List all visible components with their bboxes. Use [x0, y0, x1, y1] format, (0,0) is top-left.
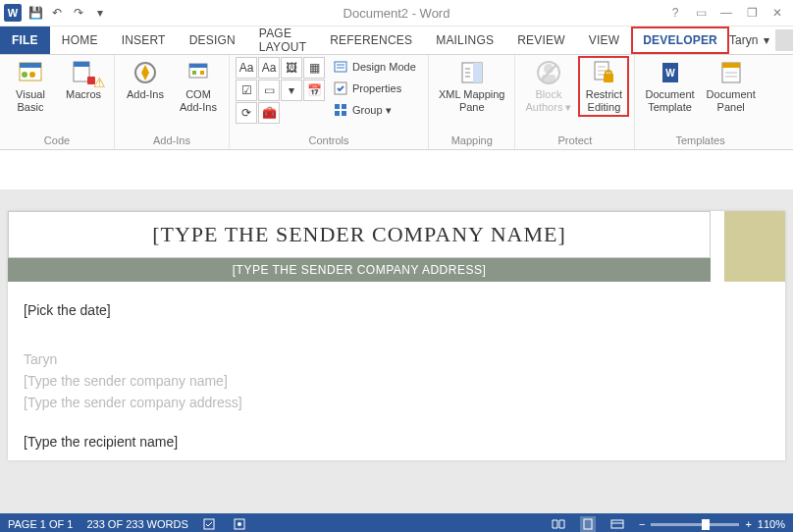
restrict-editing-button[interactable]: Restrict Editing — [579, 57, 628, 116]
print-layout-icon[interactable] — [580, 516, 596, 532]
plain-text-control-icon[interactable]: Aa — [258, 57, 280, 79]
qat: W 💾 ↶ ↷ ▾ — [0, 4, 108, 22]
ribbon: Visual Basic Macros ⚠ Code Add-Ins COM A… — [0, 55, 793, 150]
tab-view[interactable]: VIEW — [577, 27, 631, 54]
svg-rect-1 — [20, 63, 41, 68]
svg-rect-31 — [204, 519, 214, 529]
read-mode-icon[interactable] — [551, 516, 566, 532]
group-addins: Add-Ins COM Add-Ins Add-Ins — [115, 55, 230, 149]
document-panel-icon — [717, 59, 745, 86]
group-code-label: Code — [6, 133, 108, 149]
tab-home[interactable]: HOME — [50, 27, 110, 54]
svg-rect-16 — [335, 111, 340, 116]
web-layout-icon[interactable] — [609, 516, 625, 532]
page-indicator[interactable]: PAGE 1 OF 1 — [8, 518, 73, 530]
sender-company-field[interactable]: [TYPE THE SENDER COMPANY NAME] — [8, 211, 711, 258]
building-block-control-icon[interactable]: ▦ — [303, 57, 325, 79]
document-template-button[interactable]: W Document Template — [641, 57, 698, 116]
xml-mapping-pane-button[interactable]: XML Mapping Pane — [435, 57, 508, 116]
zoom-control: − + 110% — [639, 518, 785, 530]
help-icon[interactable]: ? — [667, 5, 683, 21]
qat-customize-icon[interactable]: ▾ — [92, 5, 108, 21]
sender-company-line[interactable]: [Type the sender company name] — [24, 370, 769, 392]
tab-design[interactable]: DESIGN — [178, 27, 247, 54]
group-controls-label: Controls — [236, 133, 422, 149]
word-app-icon: W — [4, 4, 22, 22]
macro-recording-icon[interactable] — [232, 516, 247, 532]
group-templates-label: Templates — [641, 133, 759, 149]
sender-address-line[interactable]: [Type the sender company address] — [24, 392, 769, 413]
ribbon-options-icon[interactable]: ▭ — [693, 5, 709, 21]
document-template-icon: W — [657, 59, 684, 86]
signer-name[interactable]: Taryn — [24, 348, 769, 370]
checkbox-control-icon[interactable]: ☑ — [236, 80, 257, 101]
legacy-tools-icon[interactable]: 🧰 — [258, 102, 280, 124]
group-controls: Aa Aa 🖼 ▦ ☑ ▭ ▾ 📅 ⟳ 🧰 Design Mode Proper… — [230, 55, 429, 149]
group-mapping: XML Mapping Pane Mapping — [429, 55, 515, 149]
tab-insert[interactable]: INSERT — [110, 27, 178, 54]
tab-review[interactable]: REVIEW — [505, 27, 577, 54]
rich-text-control-icon[interactable]: Aa — [236, 57, 257, 79]
combo-control-icon[interactable]: ▭ — [258, 80, 280, 101]
document-panel-button[interactable]: Document Panel — [703, 57, 760, 116]
properties-button[interactable]: Properties — [333, 79, 416, 98]
macros-button[interactable]: Macros ⚠ — [59, 57, 108, 103]
minimize-icon[interactable]: — — [718, 5, 734, 21]
group-mapping-label: Mapping — [435, 133, 508, 149]
group-addins-label: Add-Ins — [121, 133, 223, 149]
controls-gallery: Aa Aa 🖼 ▦ ☑ ▭ ▾ 📅 ⟳ 🧰 — [236, 57, 323, 122]
repeating-control-icon[interactable]: ⟳ — [236, 102, 257, 124]
date-control-icon[interactable]: 📅 — [303, 80, 325, 101]
picture-control-icon[interactable]: 🖼 — [281, 57, 302, 79]
addins-icon — [132, 59, 159, 86]
group-protect: Block Authors ▾ Restrict Editing Protect — [515, 55, 635, 149]
com-addins-button[interactable]: COM Add-Ins — [174, 57, 223, 116]
undo-icon[interactable]: ↶ — [49, 5, 65, 21]
zoom-in-button[interactable]: + — [745, 518, 751, 530]
svg-rect-35 — [611, 520, 623, 528]
tab-developer[interactable]: DEVELOPER — [631, 27, 729, 54]
redo-icon[interactable]: ↷ — [71, 5, 86, 21]
addins-button[interactable]: Add-Ins — [121, 57, 170, 103]
sender-address-field[interactable]: [TYPE THE SENDER COMPANY ADDRESS] — [8, 258, 711, 282]
svg-rect-14 — [335, 104, 340, 109]
user-menu[interactable]: Taryn ▾ — [729, 27, 793, 54]
recipient-name-field[interactable]: [Type the recipient name] — [24, 431, 769, 452]
tab-references[interactable]: REFERENCES — [318, 27, 424, 54]
dropdown-control-icon[interactable]: ▾ — [281, 80, 302, 101]
titlebar-right: ? ▭ — ❐ ✕ — [667, 5, 793, 21]
document-area[interactable]: [TYPE THE SENDER COMPANY NAME] [TYPE THE… — [0, 150, 793, 513]
close-icon[interactable]: ✕ — [769, 5, 785, 21]
tab-mailings[interactable]: MAILINGS — [424, 27, 505, 54]
page: [TYPE THE SENDER COMPANY NAME] [TYPE THE… — [8, 211, 785, 460]
zoom-thumb[interactable] — [702, 519, 710, 530]
svg-rect-17 — [342, 111, 346, 116]
restore-icon[interactable]: ❐ — [744, 5, 760, 21]
group-templates: W Document Template Document Panel Templ… — [635, 55, 765, 149]
xml-mapping-icon — [458, 59, 486, 86]
group-code: Visual Basic Macros ⚠ Code — [0, 55, 115, 149]
restrict-editing-icon — [590, 59, 617, 86]
zoom-slider[interactable] — [651, 523, 739, 526]
svg-rect-9 — [189, 64, 207, 68]
visual-basic-button[interactable]: Visual Basic — [6, 57, 55, 116]
design-mode-button[interactable]: Design Mode — [333, 57, 416, 77]
svg-rect-5 — [74, 62, 89, 67]
letterhead-accent — [724, 211, 785, 282]
svg-rect-15 — [342, 104, 346, 109]
save-icon[interactable]: 💾 — [27, 5, 43, 21]
svg-rect-34 — [584, 519, 592, 529]
avatar — [775, 29, 793, 51]
date-picker-field[interactable]: [Pick the date] — [24, 299, 769, 321]
tab-page-layout[interactable]: PAGE LAYOUT — [247, 27, 318, 54]
zoom-out-button[interactable]: − — [639, 518, 645, 530]
word-count[interactable]: 233 OF 233 WORDS — [86, 518, 187, 530]
svg-point-33 — [238, 522, 241, 526]
group-button[interactable]: Group ▾ — [333, 100, 416, 120]
tab-file[interactable]: FILE — [0, 27, 50, 54]
proofing-icon[interactable] — [202, 516, 218, 532]
chevron-down-icon: ▾ — [764, 33, 769, 47]
svg-rect-11 — [200, 71, 204, 75]
svg-point-2 — [22, 72, 27, 78]
zoom-level[interactable]: 110% — [758, 518, 785, 530]
